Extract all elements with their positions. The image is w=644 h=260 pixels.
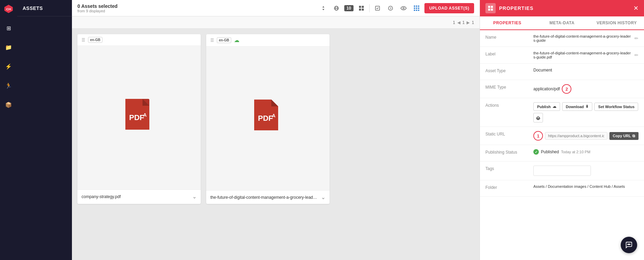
svg-rect-14 xyxy=(416,5,417,7)
properties-panel: PROPERTIES ✕ PROPERTIES META-DATA VERSIO… xyxy=(480,0,644,260)
svg-text:PDF: PDF xyxy=(258,114,273,122)
prop-row-asset-type: Asset Type Document xyxy=(480,64,644,80)
main-content: 0 Assets selected from 9 displayed 10 ? xyxy=(72,0,480,260)
cloud-published-icon: ☁ xyxy=(234,37,239,43)
sort-toggle-btn[interactable] xyxy=(318,3,329,13)
prop-label-label: Label xyxy=(485,51,533,56)
pagination-row: 1 ◀ 1 ▶ 1 xyxy=(72,16,480,29)
items-per-page-badge[interactable]: 10 xyxy=(344,5,354,11)
published-status-dot xyxy=(533,149,539,155)
prop-mime-type-value: application/pdf xyxy=(533,87,560,91)
top-nav: Assets xyxy=(17,0,72,260)
asset-card-1: ☰ en-GB PDF A company-strategy.pdf xyxy=(77,34,201,204)
sidebar-item-assets[interactable]: 📁 xyxy=(2,41,15,53)
name-edit-btn[interactable]: ✏ xyxy=(634,36,639,41)
help-icon-btn[interactable]: ? xyxy=(385,3,396,13)
download-icon: ⬇ xyxy=(585,104,589,109)
pdf-preview-1: PDF A xyxy=(124,99,154,136)
prop-folder-value: Assets / Documentation images / Content … xyxy=(533,184,639,188)
upload-assets-button[interactable]: UPLOAD ASSET(S) xyxy=(424,3,474,13)
prop-mime-type-value-container: application/pdf 2 xyxy=(533,84,639,94)
tab-properties[interactable]: PROPERTIES xyxy=(480,16,535,30)
properties-content: Name the-future-of-digital-content-manag… xyxy=(480,30,644,260)
svg-rect-17 xyxy=(416,8,417,9)
expand-card-1-btn[interactable]: ⌄ xyxy=(192,193,197,200)
prop-actions-label: Actions xyxy=(485,102,533,108)
sidebar: CH ⊞ 📁 ⚡ 🏃 📦 xyxy=(0,0,17,260)
label-edit-btn[interactable]: ✏ xyxy=(634,52,639,58)
copy-url-btn[interactable]: Copy URL ⧉ xyxy=(609,132,639,140)
prop-label-value-container: the-future-of-digital-content-management… xyxy=(533,51,639,59)
prop-row-actions: Actions Publish ☁ Download ⬇ Set Workflo… xyxy=(480,98,644,127)
svg-text:A: A xyxy=(143,112,147,118)
lang-badge-2: en-GB xyxy=(217,37,231,43)
svg-text:CH: CH xyxy=(6,7,11,11)
static-url-input[interactable] xyxy=(545,132,607,140)
svg-rect-18 xyxy=(418,8,419,9)
publish-btn[interactable]: Publish ☁ xyxy=(533,102,560,111)
properties-header-icon xyxy=(485,3,496,13)
svg-text:PDF: PDF xyxy=(129,113,144,122)
top-nav-header: Assets xyxy=(17,0,72,16)
tab-metadata[interactable]: META-DATA xyxy=(535,16,590,29)
asset-card-2: ☰ en-GB ☁ PDF A the-future-of-digital-co… xyxy=(206,34,330,204)
properties-panel-header: PROPERTIES ✕ xyxy=(480,0,644,16)
asset-grid: ☰ en-GB PDF A company-strategy.pdf xyxy=(72,29,480,260)
checkbox-view-btn[interactable] xyxy=(372,3,383,13)
svg-rect-34 xyxy=(488,9,490,11)
sidebar-item-home[interactable]: ⊞ xyxy=(2,22,15,34)
toolbar-controls: 10 ? UPLOAD ASSET(S) xyxy=(318,3,474,13)
prop-name-label: Name xyxy=(485,34,533,40)
svg-rect-21 xyxy=(418,10,419,11)
asset-card-1-body[interactable]: PDF A xyxy=(77,46,201,190)
properties-title: PROPERTIES xyxy=(499,5,630,11)
svg-rect-5 xyxy=(359,6,361,8)
expand-card-2-btn[interactable]: ⌄ xyxy=(321,194,325,200)
properties-close-btn[interactable]: ✕ xyxy=(633,5,639,11)
eye-icon-btn[interactable] xyxy=(398,3,409,13)
assets-displayed: from 9 displayed xyxy=(77,9,117,13)
svg-rect-16 xyxy=(414,8,415,9)
prop-asset-type-value: Document xyxy=(533,68,639,73)
download-btn[interactable]: Download ⬇ xyxy=(562,102,593,111)
globe-icon-btn[interactable] xyxy=(331,3,342,13)
asset-card-2-body[interactable]: PDF A xyxy=(206,47,330,190)
svg-marker-29 xyxy=(271,100,278,106)
asset-card-2-footer: the-future-of-digital-content-management… xyxy=(206,190,330,204)
asset-card-1-header: ☰ en-GB xyxy=(77,34,201,46)
static-url-container: 1 Copy URL ⧉ xyxy=(533,131,639,141)
grid-view-btn[interactable] xyxy=(356,3,367,13)
tab-version-history[interactable]: VERSION HISTORY xyxy=(589,16,644,29)
pagination-prev[interactable]: ◀ xyxy=(457,20,460,25)
prop-tags-label: Tags xyxy=(485,166,533,171)
tags-input[interactable] xyxy=(533,166,591,176)
asset-filename-2: the-future-of-digital-content-management… xyxy=(210,195,318,200)
prop-name-value-container: the-future-of-digital-content-management… xyxy=(533,34,639,42)
grid-pattern-btn[interactable] xyxy=(411,3,422,13)
sidebar-item-packages[interactable]: 📦 xyxy=(2,99,15,111)
publishing-status-text: Published xyxy=(541,150,559,154)
set-workflow-status-btn[interactable]: Set Workflow Status xyxy=(594,103,638,111)
page-current-indicator: 1 xyxy=(462,20,465,25)
svg-rect-6 xyxy=(362,6,364,8)
svg-rect-7 xyxy=(359,9,361,11)
prop-name-value: the-future-of-digital-content-management… xyxy=(533,34,632,42)
chat-widget-btn[interactable] xyxy=(621,237,637,253)
page-total: 1 xyxy=(472,20,474,25)
prop-folder-label: Folder xyxy=(485,184,533,190)
prop-tags-value xyxy=(533,166,639,176)
svg-rect-19 xyxy=(414,10,415,11)
pdf-preview-2: PDF A xyxy=(252,100,283,137)
pagination-next[interactable]: ▶ xyxy=(467,20,470,25)
sidebar-item-filter[interactable]: ⚡ xyxy=(2,60,15,73)
asset-card-1-footer: company-strategy.pdf ⌄ xyxy=(77,190,201,203)
prop-actions-value: Publish ☁ Download ⬇ Set Workflow Status xyxy=(533,102,639,122)
prop-static-url-label: Static URL xyxy=(485,131,533,136)
prop-row-mime-type: MIME Type application/pdf 2 xyxy=(480,80,644,98)
svg-rect-32 xyxy=(488,6,490,8)
actions-gear-btn[interactable] xyxy=(533,113,543,122)
svg-rect-13 xyxy=(414,5,415,7)
doc-icon-1: ☰ xyxy=(82,38,85,42)
sidebar-item-workflows[interactable]: 🏃 xyxy=(2,79,15,92)
copy-icon: ⧉ xyxy=(632,134,635,138)
